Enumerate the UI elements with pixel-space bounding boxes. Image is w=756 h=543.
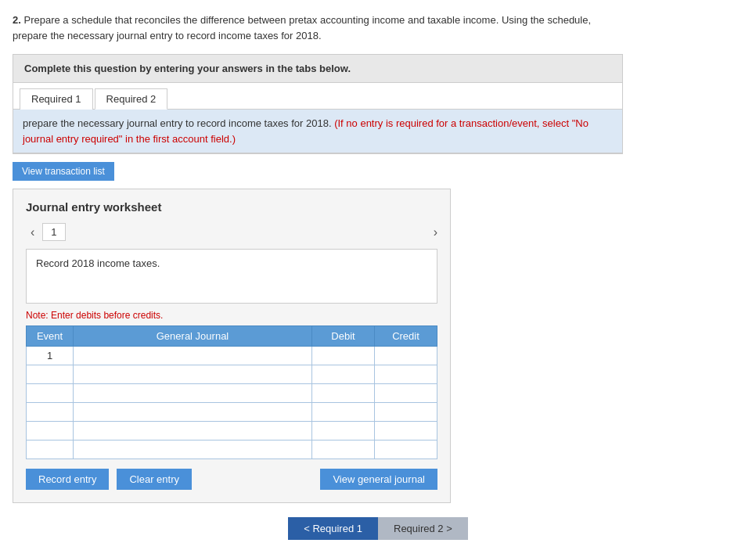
- tabs-container: Required 1 Required 2 prepare the necess…: [13, 83, 623, 154]
- credit-input-4[interactable]: [375, 403, 437, 421]
- tab-required2[interactable]: Required 2: [95, 88, 168, 110]
- journal-table: Event General Journal Debit Credit 1: [26, 325, 437, 459]
- clear-entry-button[interactable]: Clear entry: [117, 469, 192, 490]
- table-row: 1: [27, 347, 437, 365]
- button-row: Record entry Clear entry View general jo…: [26, 469, 437, 490]
- question-body: Prepare a schedule that reconciles the d…: [13, 14, 591, 41]
- gj-input-4[interactable]: [74, 403, 311, 421]
- gj-cell-5[interactable]: [74, 422, 312, 441]
- credit-input-3[interactable]: [375, 384, 437, 402]
- debit-cell-1[interactable]: [312, 347, 375, 365]
- question-text: 2. Prepare a schedule that reconciles th…: [13, 13, 623, 43]
- gj-cell-4[interactable]: [74, 403, 312, 422]
- gj-cell-2[interactable]: [74, 365, 312, 384]
- nav-row: ‹ 1 ›: [26, 223, 437, 241]
- header-general-journal: General Journal: [74, 326, 312, 347]
- view-general-journal-button[interactable]: View general journal: [320, 469, 437, 490]
- table-row: [27, 441, 437, 459]
- gj-cell-3[interactable]: [74, 384, 312, 403]
- tab-required1[interactable]: Required 1: [20, 88, 93, 110]
- credit-input-5[interactable]: [375, 422, 437, 440]
- record-description-text: Record 2018 income taxes.: [36, 257, 160, 269]
- credit-cell-2[interactable]: [375, 365, 437, 384]
- event-cell-2: [27, 365, 74, 384]
- debit-input-6[interactable]: [312, 441, 374, 458]
- debit-input-5[interactable]: [312, 422, 374, 440]
- table-row: [27, 384, 437, 403]
- debit-input-1[interactable]: [312, 347, 374, 365]
- credit-cell-4[interactable]: [375, 403, 437, 422]
- debit-input-2[interactable]: [312, 365, 374, 383]
- instruction-box: prepare the necessary journal entry to r…: [13, 110, 622, 153]
- record-description-box: Record 2018 income taxes.: [26, 249, 437, 304]
- complete-banner: Complete this question by entering your …: [13, 54, 623, 83]
- debit-cell-2[interactable]: [312, 365, 375, 384]
- debit-cell-5[interactable]: [312, 422, 375, 441]
- debit-cell-6[interactable]: [312, 441, 375, 459]
- credit-cell-6[interactable]: [375, 441, 437, 459]
- debit-input-4[interactable]: [312, 403, 374, 421]
- question-number: 2.: [13, 14, 21, 26]
- record-entry-button[interactable]: Record entry: [26, 469, 109, 490]
- event-cell-3: [27, 384, 74, 403]
- bottom-nav: < Required 1 Required 2 >: [13, 517, 743, 540]
- header-event: Event: [27, 326, 74, 347]
- table-row: [27, 365, 437, 384]
- credit-cell-3[interactable]: [375, 384, 437, 403]
- credit-input-1[interactable]: [375, 347, 437, 365]
- gj-input-1[interactable]: [74, 347, 311, 365]
- note-text: Note: Enter debits before credits.: [26, 310, 437, 321]
- credit-cell-5[interactable]: [375, 422, 437, 441]
- nav-required2-button[interactable]: Required 2 >: [378, 517, 468, 540]
- worksheet-container: Journal entry worksheet ‹ 1 › Record 201…: [13, 189, 451, 503]
- prev-arrow[interactable]: ‹: [26, 224, 39, 241]
- event-cell-6: [27, 441, 74, 459]
- credit-cell-1[interactable]: [375, 347, 437, 365]
- gj-input-3[interactable]: [74, 384, 311, 402]
- debit-input-3[interactable]: [312, 384, 374, 402]
- gj-input-6[interactable]: [74, 441, 311, 458]
- gj-input-2[interactable]: [74, 365, 311, 383]
- credit-input-6[interactable]: [375, 441, 437, 458]
- gj-cell-6[interactable]: [74, 441, 312, 459]
- event-cell-5: [27, 422, 74, 441]
- next-arrow[interactable]: ›: [434, 225, 437, 239]
- gj-input-5[interactable]: [74, 422, 311, 440]
- event-cell-1: 1: [27, 347, 74, 365]
- debit-cell-4[interactable]: [312, 403, 375, 422]
- debit-cell-3[interactable]: [312, 384, 375, 403]
- header-debit: Debit: [312, 326, 375, 347]
- credit-input-2[interactable]: [375, 365, 437, 383]
- banner-text: Complete this question by entering your …: [24, 63, 351, 74]
- instruction-prefix: prepare the necessary journal entry to r…: [23, 117, 332, 129]
- tabs-row: Required 1 Required 2: [13, 83, 622, 110]
- nav-required1-button[interactable]: < Required 1: [288, 517, 378, 540]
- gj-cell-1[interactable]: [74, 347, 312, 365]
- event-cell-4: [27, 403, 74, 422]
- worksheet-title: Journal entry worksheet: [26, 200, 437, 214]
- table-row: [27, 403, 437, 422]
- header-credit: Credit: [375, 326, 437, 347]
- page-number: 1: [42, 223, 65, 241]
- view-transaction-button[interactable]: View transaction list: [13, 162, 114, 181]
- table-row: [27, 422, 437, 441]
